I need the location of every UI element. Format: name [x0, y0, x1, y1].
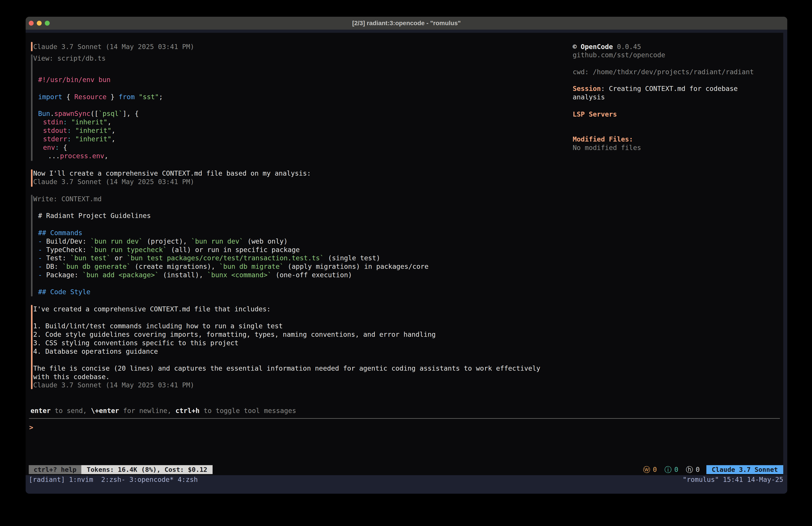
assistant-text: 2. Code style guidelines covering import…	[33, 330, 436, 339]
markdown-list-item: - Package: `bun add <package>` (install)…	[38, 271, 352, 279]
zoom-button[interactable]	[45, 21, 50, 26]
assistant-text: The file is concise (20 lines) and captu…	[33, 364, 540, 373]
markdown-list-item: - Test: `bun test` or `bun test packages…	[38, 254, 380, 262]
cwd-path: cwd: /home/thdxr/dev/projects/radiant/ra…	[573, 68, 754, 76]
diagnostics-counters: ⓦ0ⓘ0ⓗ0	[636, 465, 700, 474]
message-timestamp: Claude 3.7 Sonnet (14 May 2025 03:41 PM)	[33, 381, 194, 389]
code-line: stdout: "inherit",	[43, 126, 115, 135]
info-icon: ⓘ	[665, 465, 672, 474]
markdown-h2: ## Code Style	[38, 288, 90, 296]
message-timestamp: Claude 3.7 Sonnet (14 May 2025 03:41 PM)	[33, 177, 194, 186]
assistant-text: Now I'll create a comprehensive CONTEXT.…	[33, 169, 311, 177]
help-shortcut-badge: ctrl+? help	[29, 465, 81, 474]
tool-view-bar	[31, 54, 32, 161]
code-line: stderr: "inherit",	[43, 135, 115, 143]
assistant-header-bar	[31, 42, 32, 51]
assistant-message-bar	[31, 169, 32, 187]
code-line: Bun.spawnSync([`psql`], {	[38, 110, 139, 118]
modified-files-empty: No modified files	[573, 144, 641, 152]
input-divider	[29, 418, 780, 419]
code-line: ...process.env,	[48, 152, 108, 160]
tool-write-bar	[31, 195, 32, 296]
assistant-message-bar	[31, 305, 32, 389]
close-button[interactable]	[29, 21, 34, 26]
session-title-wrap: analysis	[573, 93, 605, 101]
tool-title: Write: CONTEXT.md	[33, 195, 102, 203]
assistant-text: with this codebase.	[33, 373, 110, 381]
hint-count: ⓗ0	[686, 465, 700, 474]
code-line: import { Resource } from "sst";	[38, 93, 163, 101]
input-hint: enter to send, \+enter for newline, ctrl…	[30, 407, 296, 415]
assistant-text: I've created a comprehensive CONTEXT.md …	[33, 305, 271, 313]
window-title: [2/3] radiant:3:opencode - "romulus"	[26, 17, 787, 30]
assistant-text: 3. CSS styling conventions specific to t…	[33, 339, 238, 347]
markdown-h1: # Radiant Project Guidelines	[38, 212, 151, 220]
warning-count: ⓦ0	[643, 465, 657, 474]
app-title: © OpenCode 0.0.45	[573, 43, 641, 51]
assistant-text: 1. Build/lint/test commands including ho…	[33, 322, 283, 330]
traffic-lights	[29, 17, 50, 30]
code-line: #!/usr/bin/env bun	[38, 75, 111, 84]
terminal-padding-top	[26, 30, 787, 33]
message-timestamp: Claude 3.7 Sonnet (14 May 2025 03:41 PM)	[33, 43, 194, 51]
markdown-h2: ## Commands	[38, 229, 83, 237]
tmux-window-list[interactable]: [radiant] 1:nvim 2:zsh- 3:opencode* 4:zs…	[26, 475, 198, 484]
terminal-screen[interactable]: Claude 3.7 Sonnet (14 May 2025 03:41 PM)…	[26, 30, 787, 494]
tmux-statusline: [radiant] 1:nvim 2:zsh- 3:opencode* 4:zs…	[26, 475, 787, 494]
minimize-button[interactable]	[37, 21, 42, 26]
tool-title: View: script/db.ts	[33, 54, 106, 62]
warn-icon: ⓦ	[643, 465, 650, 474]
lsp-servers-heading: LSP Servers	[573, 110, 617, 118]
statusbar: ctrl+? help Tokens: 16.4K (8%), Cost: $0…	[29, 465, 783, 474]
statusbar-left: ctrl+? help Tokens: 16.4K (8%), Cost: $0…	[29, 465, 213, 474]
markdown-list-item: - TypeCheck: `bun run typecheck` (all) o…	[38, 246, 300, 254]
terminal-padding-right	[783, 30, 787, 475]
code-line: stdin: "inherit",	[43, 118, 112, 126]
statusbar-right: ⓦ0ⓘ0ⓗ0 Claude 3.7 Sonnet	[636, 465, 783, 474]
assistant-text: 4. Database operations guidance	[33, 347, 158, 356]
app-repo-url: github.com/sst/opencode	[573, 51, 665, 59]
prompt-caret: >	[29, 423, 33, 432]
markdown-list-item: - DB: `bun db generate` (create migratio…	[38, 262, 429, 271]
code-line: env: {	[43, 143, 67, 152]
hint-icon: ⓗ	[686, 465, 693, 474]
model-badge: Claude 3.7 Sonnet	[706, 465, 783, 474]
titlebar[interactable]: [2/3] radiant:3:opencode - "romulus"	[26, 17, 787, 30]
session-title: Session: Creating CONTEXT.md for codebas…	[573, 84, 738, 93]
terminal-window: [2/3] radiant:3:opencode - "romulus" Cla…	[26, 17, 787, 494]
info-count: ⓘ0	[665, 465, 678, 474]
tokens-cost-badge: Tokens: 16.4K (8%), Cost: $0.12	[81, 465, 213, 474]
tmux-session-info: "romulus" 15:41 14-May-25	[683, 475, 787, 484]
modified-files-heading: Modified Files:	[573, 135, 633, 144]
desktop: [2/3] radiant:3:opencode - "romulus" Cla…	[0, 0, 812, 526]
markdown-list-item: - Build/Dev: `bun run dev` (project), `b…	[38, 237, 288, 246]
